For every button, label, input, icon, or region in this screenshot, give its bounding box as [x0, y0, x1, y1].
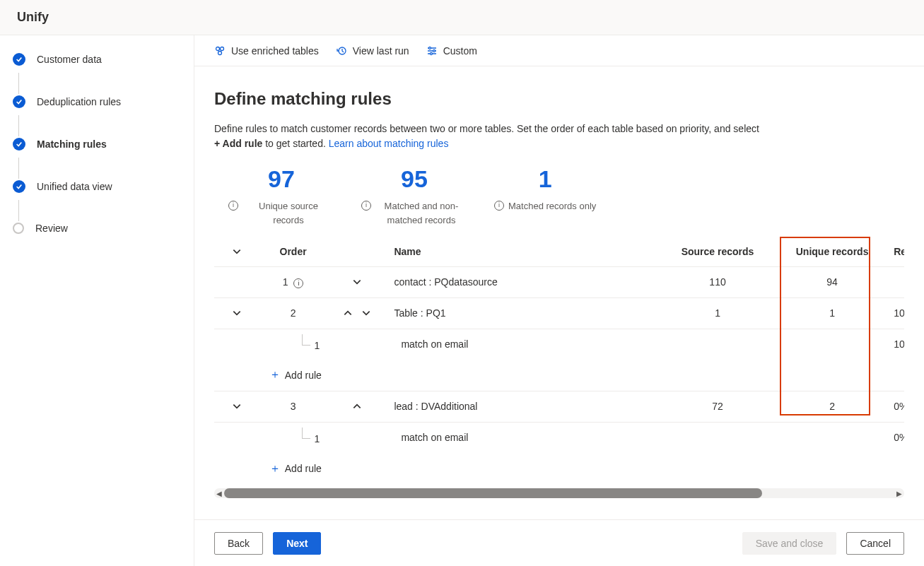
rule-order: 1 [315, 340, 320, 351]
step-customer-data[interactable]: Customer data [8, 53, 185, 66]
chevron-up-icon[interactable] [340, 305, 356, 321]
row-name: Table : PQ1 [387, 297, 657, 329]
custom-button[interactable]: Custom [426, 45, 477, 57]
stat-value: 1 [494, 167, 596, 191]
step-label: Matching rules [37, 138, 107, 150]
step-deduplication[interactable]: Deduplication rules [8, 95, 185, 108]
stat-matched-only: 1 iMatched records only [494, 167, 596, 227]
rule-name: match on email [387, 329, 657, 360]
toolbar-label: Use enriched tables [231, 45, 319, 57]
row-order: 1 [283, 276, 288, 288]
table-row-rule[interactable]: 1 match on email 0% [214, 422, 904, 453]
sidebar: Customer data Deduplication rules Matchi… [0, 35, 194, 566]
info-icon[interactable]: i [361, 201, 371, 211]
chevron-down-icon[interactable] [349, 274, 365, 290]
stat-label: Unique source records [242, 199, 334, 227]
sliders-icon [426, 45, 438, 57]
chevron-down-icon[interactable] [229, 305, 245, 321]
table-row-add: ＋Add rule [214, 453, 904, 484]
plus-icon: ＋ [269, 367, 281, 382]
footer: Back Next Save and close Cancel [194, 519, 924, 566]
scroll-left-icon[interactable]: ◀ [214, 488, 224, 498]
page-subtext: Define rules to match customer records b… [214, 122, 766, 151]
learn-link[interactable]: Learn about matching rules [329, 138, 449, 149]
table-row[interactable]: 3 lead : DVAdditional 72 2 0% matche [214, 391, 904, 422]
col-header-source[interactable]: Source records [657, 237, 778, 266]
step-label: Deduplication rules [37, 96, 121, 107]
col-header-toggle[interactable] [214, 237, 259, 266]
row-match [887, 266, 904, 297]
row-unique: 1 [778, 297, 887, 329]
svg-point-0 [216, 47, 220, 50]
step-label: Customer data [37, 54, 102, 65]
info-icon[interactable]: i [293, 278, 303, 288]
row-source: 1 [657, 297, 778, 329]
cancel-button[interactable]: Cancel [846, 532, 904, 555]
view-last-run-button[interactable]: View last run [336, 45, 409, 57]
stat-value: 97 [228, 167, 334, 191]
info-icon[interactable]: i [228, 201, 238, 211]
app-title: Unify [17, 10, 49, 25]
step-label: Unified data view [37, 181, 112, 192]
stat-matched-nonmatched: 95 iMatched and non-matched records [361, 167, 467, 227]
use-enriched-tables-button[interactable]: Use enriched tables [214, 45, 319, 57]
stat-label: Matched records only [508, 199, 596, 213]
scrollbar-thumb[interactable] [224, 488, 762, 498]
table-row-rule[interactable]: 1 match on email 100.0% [214, 329, 904, 360]
scroll-right-icon[interactable]: ▶ [894, 488, 904, 498]
row-match: 0% [887, 422, 904, 453]
toolbar: Use enriched tables View last run Custom [194, 35, 924, 66]
next-button[interactable]: Next [273, 532, 321, 555]
check-icon [13, 95, 25, 108]
row-name: contact : PQdatasource [387, 266, 657, 297]
save-and-close-button: Save and close [742, 532, 837, 555]
svg-point-1 [221, 47, 224, 50]
col-header-order[interactable]: Order [259, 237, 327, 266]
table-row-add: ＋Add rule [214, 360, 904, 391]
add-rule-button[interactable]: ＋Add rule [269, 367, 904, 382]
row-match: 100.0% [887, 329, 904, 360]
rule-name: match on email [387, 422, 657, 453]
header-bar: Unify [0, 0, 924, 35]
row-match: 100.0% mat [887, 297, 904, 329]
circle-icon [13, 223, 24, 234]
row-unique: 94 [778, 266, 887, 297]
plus-icon: ＋ [269, 461, 281, 476]
svg-point-4 [428, 47, 431, 49]
chevron-up-icon[interactable] [349, 399, 365, 414]
svg-point-6 [430, 52, 432, 54]
step-matching-rules[interactable]: Matching rules [8, 138, 185, 151]
row-source: 110 [657, 266, 778, 297]
row-order: 3 [259, 391, 327, 422]
step-unified-data-view[interactable]: Unified data view [8, 180, 185, 193]
table-row[interactable]: 1 i contact : PQdatasource 110 94 [214, 266, 904, 297]
toolbar-label: Custom [443, 45, 477, 57]
table-row[interactable]: 2 Table : PQ1 1 1 100.0% mat [214, 297, 904, 329]
chevron-down-icon[interactable] [229, 399, 245, 414]
rule-order: 1 [315, 433, 320, 444]
rules-table: Order Name Source records Unique records… [214, 237, 904, 484]
chevron-down-icon[interactable] [358, 305, 374, 321]
info-icon[interactable]: i [494, 201, 504, 211]
check-icon [13, 180, 25, 193]
chevron-down-icon[interactable] [229, 244, 245, 259]
stats-row: 97 iUnique source records 95 iMatched an… [228, 167, 904, 227]
stat-unique-source: 97 iUnique source records [228, 167, 334, 227]
stat-label: Matched and non-matched records [375, 199, 467, 227]
check-icon [13, 138, 25, 151]
enriched-icon [214, 45, 226, 57]
row-order: 2 [259, 297, 327, 329]
horizontal-scrollbar[interactable]: ◀ ▶ [214, 488, 904, 498]
row-name: lead : DVAdditional [387, 391, 657, 422]
col-header-unique[interactable]: Unique records [778, 237, 887, 266]
step-label: Review [35, 223, 68, 234]
svg-point-5 [433, 49, 435, 52]
check-icon [13, 53, 25, 66]
back-button[interactable]: Back [214, 532, 263, 555]
col-header-name[interactable]: Name [387, 237, 657, 266]
step-review[interactable]: Review [8, 223, 185, 234]
add-rule-button[interactable]: ＋Add rule [269, 461, 904, 476]
col-header-matched[interactable]: Records ma [887, 237, 904, 266]
row-unique: 2 [778, 391, 887, 422]
row-source: 72 [657, 391, 778, 422]
